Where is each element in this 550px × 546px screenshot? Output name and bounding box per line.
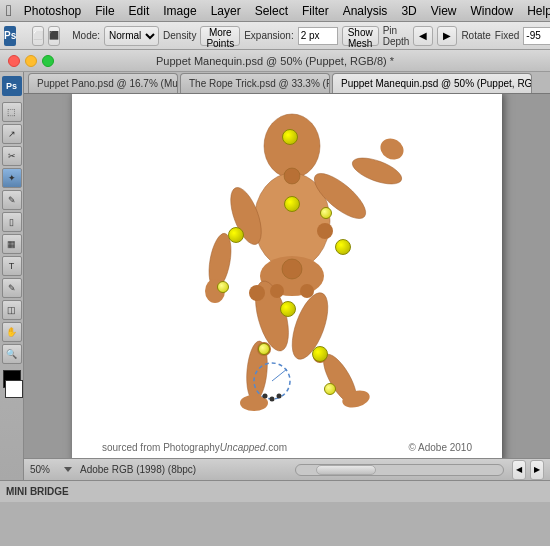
- svg-point-16: [284, 168, 300, 184]
- tool-pen[interactable]: ✎: [2, 278, 22, 298]
- pin-depth-left[interactable]: ◀: [413, 26, 433, 46]
- expansion-input[interactable]: [298, 27, 338, 45]
- menu-layer[interactable]: Layer: [205, 2, 247, 20]
- menu-filter[interactable]: Filter: [296, 2, 335, 20]
- tab-0[interactable]: Puppet Pano.psd @ 16.7% (Mum...: [28, 73, 178, 93]
- tool-lasso[interactable]: ↗: [2, 124, 22, 144]
- zoom-level: 50%: [30, 464, 60, 475]
- background-color[interactable]: [5, 380, 23, 398]
- copyright-text: © Adobe 2010: [408, 442, 472, 453]
- tool-zoom[interactable]: 🔍: [2, 344, 22, 364]
- expansion-label: Expansion:: [244, 30, 293, 41]
- svg-point-21: [300, 284, 314, 298]
- menu-image[interactable]: Image: [157, 2, 202, 20]
- mannequin-svg: [72, 94, 502, 458]
- tool-brush[interactable]: ✎: [2, 190, 22, 210]
- puppet-pin-arm-r[interactable]: [335, 239, 351, 255]
- show-mesh-btn[interactable]: Show Mesh: [342, 26, 379, 46]
- menu-help[interactable]: Help: [521, 2, 550, 20]
- options-bar: Ps ⬜ ⬛ Mode: Normal Density More Points …: [0, 22, 550, 50]
- menu-select[interactable]: Select: [249, 2, 294, 20]
- pin-depth-right[interactable]: ▶: [437, 26, 457, 46]
- tool-eraser[interactable]: ▯: [2, 212, 22, 232]
- tool-text[interactable]: T: [2, 256, 22, 276]
- degree-input[interactable]: [523, 27, 550, 45]
- title-bar: Puppet Manequin.psd @ 50% (Puppet, RGB/8…: [0, 50, 550, 72]
- rotate-label: Rotate: [461, 30, 490, 41]
- svg-point-20: [270, 284, 284, 298]
- window-controls: [8, 55, 54, 67]
- watermark-suffix: .com: [265, 442, 287, 453]
- menu-3d[interactable]: 3D: [395, 2, 422, 20]
- toolbox-ps-logo: Ps: [2, 76, 22, 96]
- tab-1[interactable]: The Rope Trick.psd @ 33.3% (R...: [180, 73, 330, 93]
- puppet-pin-knee-l[interactable]: [258, 343, 270, 355]
- toolbox: Ps ⬚ ↗ ✂ ✦ ✎ ▯ ▦ T ✎ ◫ ✋ 🔍: [0, 72, 24, 480]
- apple-menu[interactable]: : [6, 2, 12, 20]
- svg-point-17: [282, 259, 302, 279]
- mini-bridge-label: MINI BRIDGE: [6, 486, 69, 497]
- svg-point-8: [377, 134, 408, 163]
- puppet-pin-chest[interactable]: [284, 196, 300, 212]
- tool-hand[interactable]: ✋: [2, 322, 22, 342]
- horizontal-scrollbar[interactable]: [295, 464, 504, 476]
- svg-point-28: [277, 394, 282, 399]
- scroll-right-btn[interactable]: ▶: [530, 460, 544, 480]
- puppet-pin-elbow-l[interactable]: [228, 227, 244, 243]
- svg-line-25: [272, 369, 287, 381]
- maximize-button[interactable]: [42, 55, 54, 67]
- close-button[interactable]: [8, 55, 20, 67]
- puppet-pin-hip[interactable]: [280, 301, 296, 317]
- svg-point-27: [270, 397, 275, 402]
- status-info: Adobe RGB (1998) (8bpc): [80, 464, 287, 475]
- workspace: Ps ⬚ ↗ ✂ ✦ ✎ ▯ ▦ T ✎ ◫ ✋ 🔍 Puppet Pano.p…: [0, 72, 550, 480]
- watermark-prefix: sourced from Photography: [102, 442, 220, 453]
- tool-gradient[interactable]: ▦: [2, 234, 22, 254]
- more-points-btn[interactable]: More Points: [200, 26, 240, 46]
- status-menu-arrow[interactable]: [64, 467, 72, 472]
- tab-bar: Puppet Pano.psd @ 16.7% (Mum... The Rope…: [24, 72, 550, 94]
- svg-point-26: [263, 394, 268, 399]
- watermark: sourced from PhotographyUncapped.com: [102, 442, 287, 453]
- puppet-pin-shoulder-r[interactable]: [320, 207, 332, 219]
- svg-point-18: [249, 285, 265, 301]
- menu-window[interactable]: Window: [465, 2, 520, 20]
- mode-select[interactable]: Normal: [104, 26, 159, 46]
- menu-analysis[interactable]: Analysis: [337, 2, 394, 20]
- tool-notes[interactable]: ◫: [2, 300, 22, 320]
- puppet-pin-wrist-l[interactable]: [217, 281, 229, 293]
- puppet-pin-ankle-r[interactable]: [324, 383, 336, 395]
- bottom-panel: MINI BRIDGE: [0, 480, 550, 502]
- menu-edit[interactable]: Edit: [123, 2, 156, 20]
- ps-logo: Ps: [4, 26, 16, 46]
- mode-label: Mode:: [72, 30, 100, 41]
- title-text: Puppet Manequin.psd @ 50% (Puppet, RGB/8…: [156, 55, 394, 67]
- menu-photoshop[interactable]: Photoshop: [18, 2, 87, 20]
- minimize-button[interactable]: [25, 55, 37, 67]
- doc-area: Puppet Pano.psd @ 16.7% (Mum... The Rope…: [24, 72, 550, 480]
- puppet-pin-knee-r[interactable]: [312, 346, 328, 362]
- tab-2[interactable]: Puppet Manequin.psd @ 50% (Puppet, RGB/8…: [332, 73, 532, 93]
- watermark-italic: Uncapped: [220, 442, 266, 453]
- menu-file[interactable]: File: [89, 2, 120, 20]
- tool-marquee[interactable]: ⬚: [2, 102, 22, 122]
- tool-puppet[interactable]: ✦: [2, 168, 22, 188]
- canvas-area: sourced from PhotographyUncapped.com © A…: [24, 94, 550, 458]
- status-bar: 50% Adobe RGB (1998) (8bpc) ◀ ▶: [24, 458, 550, 480]
- puppet-pin-head[interactable]: [282, 129, 298, 145]
- options-btn1[interactable]: ⬜: [32, 26, 44, 46]
- svg-point-19: [317, 223, 333, 239]
- canvas: sourced from PhotographyUncapped.com © A…: [72, 94, 502, 458]
- menu-bar:  Photoshop File Edit Image Layer Select…: [0, 0, 550, 22]
- menu-view[interactable]: View: [425, 2, 463, 20]
- scroll-left-btn[interactable]: ◀: [512, 460, 526, 480]
- options-btn2[interactable]: ⬛: [48, 26, 60, 46]
- fixed-label: Fixed: [495, 30, 519, 41]
- pin-depth-label: Pin Depth: [383, 25, 410, 47]
- tool-crop[interactable]: ✂: [2, 146, 22, 166]
- density-label: Density: [163, 30, 196, 41]
- scroll-thumb[interactable]: [316, 465, 376, 475]
